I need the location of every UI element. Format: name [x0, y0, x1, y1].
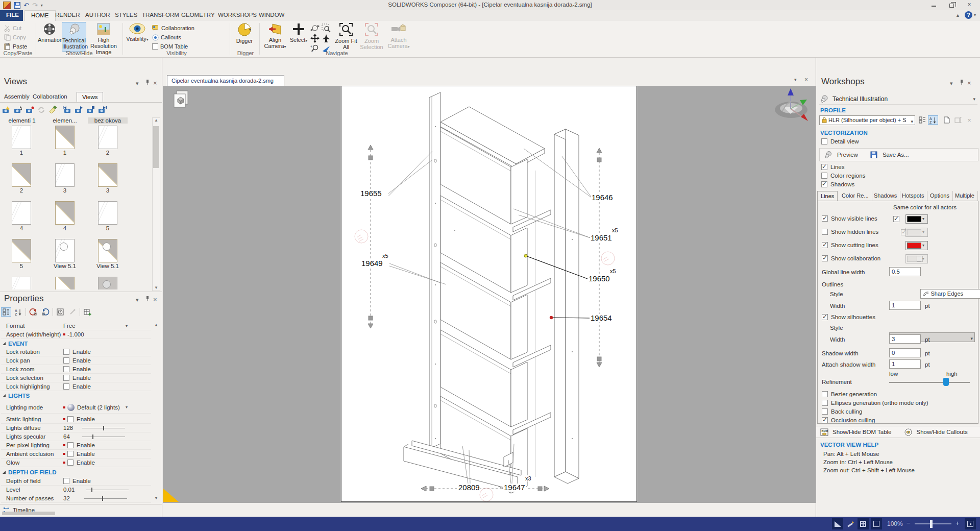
view-thumbnail[interactable]: [98, 201, 117, 225]
tab-window[interactable]: WINDOW: [253, 10, 290, 21]
prop-row-ambient-occlusion[interactable]: Ambient occlusionEnable: [1, 450, 151, 458]
zoom-slider-track[interactable]: [915, 523, 951, 524]
show-cutting-lines-row[interactable]: Show cutting lines: [822, 242, 878, 248]
grid-tool-icon[interactable]: [857, 518, 869, 529]
view-thumbnail[interactable]: [12, 277, 31, 289]
depth-of-field-checkbox[interactable]: [63, 478, 69, 484]
view-thumbnail[interactable]: [55, 201, 75, 225]
minimize-button[interactable]: [926, 1, 941, 9]
ambient-occlusion-checkbox[interactable]: [67, 451, 74, 457]
camera-view-icon[interactable]: [24, 105, 35, 114]
show-silhouettes-row[interactable]: Show silhouettes: [822, 314, 875, 320]
prop-value-diffuse[interactable]: 128: [63, 425, 73, 431]
prop-row-level[interactable]: Level0.01: [1, 486, 151, 494]
restore-button[interactable]: [944, 1, 959, 9]
bom-table-checkbox[interactable]: BOM Table: [152, 42, 188, 51]
outline-style-dropdown[interactable]: Sharp Edges▾: [920, 289, 980, 299]
workshops-pin-icon[interactable]: [959, 79, 964, 85]
view-thumbnail[interactable]: [55, 277, 75, 289]
static-lighting-checkbox[interactable]: [67, 416, 74, 422]
view-group-label[interactable]: elemen...: [45, 117, 85, 124]
views-tab-assembly[interactable]: Assembly: [4, 93, 30, 100]
callout-19647[interactable]: 19647: [503, 484, 526, 492]
prop-row-static-lighting[interactable]: Static lightingEnable: [1, 415, 151, 424]
prop-row-passes[interactable]: Number of passes32: [1, 494, 151, 503]
refinement-slider-track[interactable]: [889, 382, 970, 383]
sort-alphabetical-icon[interactable]: AZ: [13, 307, 23, 317]
views-menu-icon[interactable]: ▾: [136, 80, 139, 87]
view-thumbnail[interactable]: [98, 126, 117, 149]
views-tab-views[interactable]: Views: [77, 92, 103, 102]
specular-slider[interactable]: [82, 437, 125, 437]
close-button[interactable]: ×: [962, 1, 976, 9]
view-thumbnail[interactable]: [55, 163, 75, 187]
preview-button[interactable]: Preview: [837, 152, 858, 158]
bezier-row[interactable]: Bezier generation: [822, 391, 877, 397]
categorized-icon[interactable]: [1, 307, 11, 317]
visible-lines-same-color-checkbox[interactable]: [893, 216, 899, 222]
views-tab-collaboration[interactable]: Collaboration: [33, 93, 67, 100]
callout-19646[interactable]: 19646: [591, 194, 614, 202]
drawing-page[interactable]: 19655 19646 19651 x5 19649 x5 19650 x5 1…: [341, 86, 637, 502]
callouts-button[interactable]: Callouts: [152, 33, 181, 41]
create-view-icon[interactable]: [1, 105, 11, 114]
prop-row-lock-highlighting[interactable]: Lock highlightingEnable: [1, 382, 151, 391]
scroll-up-icon[interactable]: ▲: [153, 118, 160, 123]
views-close-icon[interactable]: ×: [153, 79, 157, 87]
prop-value-passes[interactable]: 32: [63, 495, 70, 501]
lines-row[interactable]: Lines: [821, 164, 845, 170]
orbit-icon[interactable]: [310, 23, 320, 33]
pan-icon[interactable]: [310, 34, 320, 43]
tab-shadows[interactable]: Shadows: [871, 191, 900, 201]
prop-value-lighting-mode[interactable]: Default (2 lights): [77, 404, 120, 411]
visibility-button[interactable]: Visibility▾: [126, 22, 149, 43]
shadow-width-input[interactable]: 0: [889, 348, 921, 357]
properties-menu-icon[interactable]: ▾: [136, 297, 139, 303]
show-hidden-lines-row[interactable]: Show hidden lines: [822, 229, 878, 235]
zoom-slider-handle[interactable]: [930, 520, 933, 528]
tab-scroll-icon[interactable]: ▾: [794, 77, 797, 82]
view-group-label-selected[interactable]: bez okova: [88, 117, 128, 124]
event-forward-icon[interactable]: [40, 307, 51, 317]
prop-header-lights[interactable]: LIGHTS: [1, 391, 151, 400]
show-collaboration-row[interactable]: Show collaboration: [822, 255, 880, 261]
view-thumbnail[interactable]: [98, 239, 117, 262]
show-visible-lines-row[interactable]: Show visible lines: [822, 215, 877, 222]
per-pixel-checkbox[interactable]: [67, 442, 74, 448]
occlusion-culling-row[interactable]: Occlusion culling: [822, 417, 875, 423]
prop-row-lights-specular[interactable]: Lights specular64: [1, 432, 151, 441]
view-thumbnail[interactable]: [55, 126, 75, 149]
profile-dropdown[interactable]: HLR (Silhouette per object) + Sha ▾: [819, 115, 915, 125]
help-icon[interactable]: ?: [965, 11, 972, 19]
view-thumbnail[interactable]: [12, 239, 31, 262]
prop-row-aspect[interactable]: Aspect (width/height)-1.000: [1, 330, 151, 339]
properties-close-icon[interactable]: ×: [153, 296, 157, 303]
callout-19654[interactable]: 19654: [590, 314, 612, 322]
prop-row-depth-of-field[interactable]: Depth of fieldEnable: [1, 477, 151, 486]
tab-multiple[interactable]: Multiple: [952, 191, 978, 201]
view-thumbnail[interactable]: [98, 163, 117, 187]
tab-options[interactable]: Options: [927, 191, 953, 201]
tab-color-regions[interactable]: Color Re...: [839, 191, 872, 201]
cutting-line-color-swatch[interactable]: ▾: [905, 241, 928, 250]
zoom-out-button[interactable]: −: [906, 519, 911, 527]
stop-views-icon[interactable]: [85, 105, 95, 114]
properties-pin-icon[interactable]: [145, 296, 150, 302]
prop-row-glow[interactable]: GlowEnable: [1, 458, 151, 467]
workshops-menu-icon[interactable]: ▾: [950, 80, 953, 87]
animation-button[interactable]: Animation: [38, 22, 61, 43]
collapse-ribbon-icon[interactable]: ▲: [955, 13, 960, 18]
view-thumbnail[interactable]: [55, 239, 75, 262]
workshops-close-icon[interactable]: ×: [967, 79, 971, 87]
goto-first-view-icon[interactable]: [62, 105, 72, 114]
prop-row-lock-zoom[interactable]: Lock zoomEnable: [1, 365, 151, 374]
passes-slider[interactable]: [84, 498, 127, 499]
zoom-area-icon[interactable]: [322, 23, 331, 33]
tab-close-icon[interactable]: ×: [804, 76, 808, 83]
global-line-width-input[interactable]: 0.5: [889, 267, 921, 276]
help-dropdown-icon[interactable]: ▾: [974, 13, 976, 17]
shadows-row[interactable]: Shadows: [821, 181, 854, 187]
lock-rotation-checkbox[interactable]: [63, 349, 69, 355]
color-regions-row[interactable]: Color regions: [821, 173, 865, 179]
prop-value-aspect[interactable]: -1.000: [67, 331, 84, 337]
